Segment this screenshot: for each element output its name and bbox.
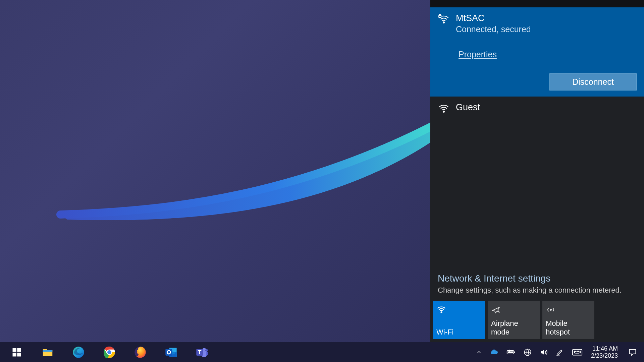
svg-rect-8 [13,353,16,356]
wifi-icon [436,304,482,315]
airplane-icon [491,304,536,315]
disconnect-button[interactable]: Disconnect [549,73,637,90]
network-settings-link[interactable]: Network & Internet settings [438,273,637,284]
svg-point-3 [443,111,444,112]
flyout-top-border [430,0,644,7]
svg-point-4 [441,312,442,313]
svg-point-21 [206,349,208,351]
svg-rect-9 [17,353,21,356]
hotspot-icon [546,304,591,315]
quick-action-airplane[interactable]: Airplane mode [488,301,540,339]
clock-time: 11:46 AM [592,345,618,352]
svg-rect-18 [165,349,172,356]
svg-point-29 [576,351,576,352]
file-explorer-icon[interactable] [39,344,56,361]
quick-action-label: Wi-Fi [436,328,482,336]
svg-rect-27 [573,349,582,355]
tray-overflow-icon[interactable] [476,349,482,356]
connected-network-status: Connected, secured [456,24,531,34]
network-flyout: MtSAC Connected, secured Properties Disc… [430,0,644,342]
teams-icon[interactable] [193,344,211,361]
edge-browser-icon[interactable] [70,344,87,361]
svg-point-0 [443,22,444,23]
svg-point-28 [574,351,575,352]
svg-rect-7 [17,348,21,352]
taskbar-clock[interactable]: 11:46 AM 2/23/2023 [589,345,620,359]
quick-action-wifi[interactable]: Wi-Fi [433,301,485,339]
battery-icon[interactable] [506,347,516,357]
wifi-secured-icon [438,13,450,25]
taskbar-left [2,344,211,361]
quick-actions-row: Wi-Fi Airplane mode Mobile hotspot [430,301,644,342]
quick-action-hotspot[interactable]: Mobile hotspot [542,301,594,339]
svg-point-31 [578,351,579,352]
taskbar: 11:46 AM 2/23/2023 [0,342,644,362]
action-center-icon[interactable] [626,346,639,359]
taskbar-right: 11:46 AM 2/23/2023 [476,345,642,359]
firefox-browser-icon[interactable] [131,344,149,361]
touch-keyboard-icon[interactable] [572,347,583,358]
clock-date: 2/23/2023 [591,352,618,359]
system-tray [476,347,583,358]
quick-action-label: Airplane mode [491,319,536,336]
network-list: MtSAC Connected, secured Properties Disc… [430,7,644,119]
svg-point-30 [577,351,578,352]
svg-point-5 [550,309,551,310]
svg-point-32 [580,351,580,352]
pen-input-icon[interactable] [555,348,564,357]
network-item-connected[interactable]: MtSAC Connected, secured Properties Disc… [430,7,644,97]
network-tray-icon[interactable] [523,348,532,357]
svg-rect-35 [575,353,579,354]
outlook-icon[interactable] [162,344,180,361]
network-settings-subtitle: Change settings, such as making a connec… [438,286,637,295]
flyout-spacer [430,119,644,269]
start-button[interactable] [8,344,25,361]
network-item-available[interactable]: Guest [430,97,644,119]
connected-network-name: MtSAC [456,13,531,23]
available-network-name: Guest [456,103,480,113]
wifi-icon [438,103,450,115]
onedrive-icon[interactable] [490,348,498,357]
network-settings-block: Network & Internet settings Change setti… [430,269,644,301]
svg-rect-24 [514,351,515,353]
svg-point-34 [580,352,580,353]
svg-rect-10 [43,350,53,352]
svg-rect-25 [508,351,513,353]
svg-point-33 [574,352,575,353]
volume-icon[interactable] [539,348,548,357]
properties-link[interactable]: Properties [459,50,497,59]
chrome-browser-icon[interactable] [101,344,118,361]
quick-action-label: Mobile hotspot [546,319,591,336]
svg-rect-6 [13,348,16,352]
